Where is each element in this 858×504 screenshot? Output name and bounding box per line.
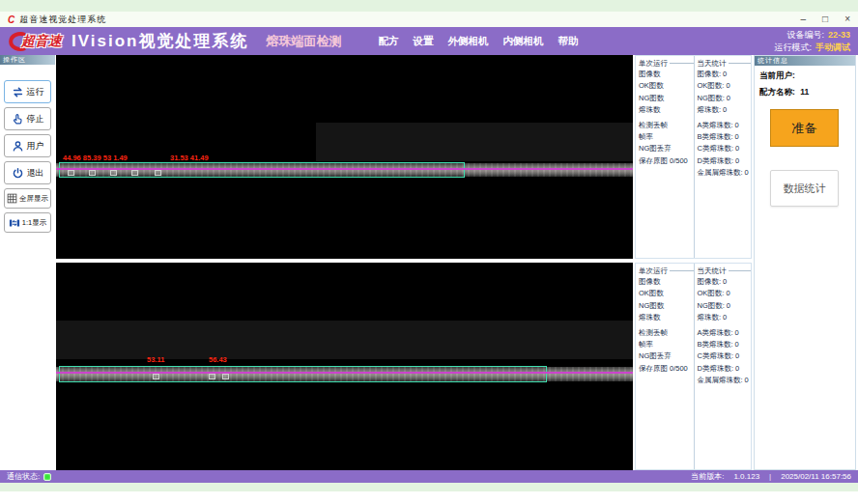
window-title: 超音速视觉处理系统 — [19, 14, 106, 26]
menu-settings[interactable]: 设置 — [413, 35, 433, 48]
fullscreen-button-label: 全屏显示 — [19, 194, 48, 204]
operation-panel-title: 操作区 — [0, 55, 55, 65]
stat-value: 0 — [745, 167, 749, 179]
stat-label: 图像数 — [639, 69, 661, 80]
stat-value: 0 — [726, 288, 729, 299]
stat-row: 检测丢帧 — [639, 327, 694, 339]
stat-label: 保存原图 — [639, 363, 668, 375]
measurement-annotation: 44.96 85.39 53 1.49 — [63, 154, 128, 162]
today-column: 当天统计 图像数:0OK图数:0NG图数:0熔珠数:0A类熔珠数:0B类熔珠数:… — [694, 56, 752, 258]
menu-recipe[interactable]: 配方 — [378, 35, 398, 48]
stat-label: 熔珠数: — [698, 104, 722, 116]
one-to-one-button[interactable]: 1:1显示 — [4, 212, 51, 233]
data-statistics-button[interactable]: 数据统计 — [770, 170, 839, 207]
stat-label: C类熔珠数: — [698, 143, 734, 154]
stop-button[interactable]: 停止 — [4, 107, 51, 130]
stat-row: 检测丢帧 — [639, 120, 694, 131]
datetime-value: 2025/02/11 16:57:56 — [781, 472, 851, 481]
device-number-value: 22-33 — [828, 29, 850, 42]
stat-row: D类熔珠数:0 — [698, 155, 752, 167]
stat-row: 熔珠数:0 — [698, 104, 752, 116]
stat-row: 帧率 — [639, 131, 694, 143]
defect-marker-box — [131, 170, 138, 176]
stop-button-label: 停止 — [27, 113, 44, 126]
stat-row: C类熔珠数:0 — [698, 350, 752, 362]
stat-label: OK图数 — [639, 80, 664, 92]
stat-row: 熔珠数:0 — [698, 312, 752, 323]
fullscreen-button[interactable]: 全屏显示 — [4, 188, 51, 209]
stat-label: 图像数 — [639, 276, 661, 288]
user-button[interactable]: 用户 — [4, 134, 51, 157]
app-icon: C — [8, 14, 14, 25]
close-icon[interactable]: × — [844, 13, 850, 26]
stat-value: 0/500 — [670, 155, 688, 167]
stat-label: 熔珠数: — [698, 312, 722, 323]
comm-status-label: 通信状态: — [7, 471, 40, 482]
image-shadow-band — [316, 123, 633, 161]
stat-value: 0 — [727, 300, 730, 312]
menu-inner-camera[interactable]: 内侧相机 — [502, 35, 543, 48]
today-title: 当天统计 — [698, 58, 752, 69]
today-title: 当天统计 — [698, 266, 752, 276]
stat-label: D类熔珠数: — [698, 363, 734, 375]
defect-marker-box — [153, 374, 159, 379]
stat-row: OK图数:0 — [698, 288, 752, 299]
stat-label: 金属屑熔珠数: — [698, 167, 743, 179]
defect-marker-box — [209, 374, 215, 379]
today-rows: 图像数:0OK图数:0NG图数:0熔珠数:0A类熔珠数:0B类熔珠数:0C类熔珠… — [698, 276, 752, 387]
stat-row: NG图数 — [639, 300, 694, 312]
stat-row: 图像数 — [639, 276, 694, 288]
stat-label: 熔珠数 — [639, 312, 661, 323]
stat-row: NG图数 — [639, 93, 694, 104]
run-button-label: 运行 — [27, 86, 44, 98]
single-run-rows: 图像数OK图数NG图数熔珠数检测丢帧帧率NG图丢弃保存原图0/500 — [639, 276, 694, 375]
today-column: 当天统计 图像数:0OK图数:0NG图数:0熔珠数:0A类熔珠数:0B类熔珠数:… — [694, 264, 752, 469]
stat-label: 图像数: — [698, 276, 722, 288]
centerline-overlay — [56, 372, 633, 374]
stat-value: 0 — [723, 104, 727, 116]
stat-label: NG图数 — [639, 300, 664, 312]
desktop-strip-top — [0, 0, 858, 12]
single-run-column: 单次运行 图像数OK图数NG图数熔珠数检测丢帧帧率NG图丢弃保存原图0/500 — [636, 56, 694, 258]
stat-value: 0 — [735, 131, 739, 143]
comm-status-indicator — [43, 473, 51, 481]
camera-viewport-outer[interactable]: 44.96 85.39 53 1.49 31.53 41.49 — [56, 55, 633, 259]
stat-row: B类熔珠数:0 — [698, 131, 752, 143]
stat-row: NG图丢弃 — [639, 143, 694, 154]
stat-label: OK图数: — [698, 80, 725, 92]
stat-row: 帧率 — [639, 339, 694, 350]
stat-label: NG图丢弃 — [639, 143, 672, 154]
stat-row: B类熔珠数:0 — [698, 339, 752, 350]
stat-row: OK图数:0 — [698, 80, 752, 92]
detection-box-overlay — [59, 366, 547, 382]
device-info: 设备编号: 22-33 运行模式: 手动调试 — [774, 29, 850, 54]
stat-label: NG图数: — [698, 300, 725, 312]
menu-outer-camera[interactable]: 外侧相机 — [447, 35, 488, 48]
camera-viewport-inner[interactable]: 53.11 56.43 — [56, 263, 633, 470]
stat-value: 0 — [745, 375, 749, 386]
stats-panel-outer: 单次运行 图像数OK图数NG图数熔珠数检测丢帧帧率NG图丢弃保存原图0/500 … — [635, 55, 752, 259]
defect-marker-box — [110, 170, 117, 176]
stat-row: C类熔珠数:0 — [698, 143, 752, 154]
centerline-overlay — [56, 168, 633, 170]
stat-row: NG图丢弃 — [639, 350, 694, 362]
hand-icon — [12, 113, 24, 126]
detection-box-overlay — [59, 162, 465, 178]
status-bar: 通信状态: 当前版本: 1.0.123 | 2025/02/11 16:57:5… — [0, 470, 858, 483]
stat-label: OK图数: — [698, 288, 725, 299]
recipe-name-value: 11 — [800, 87, 809, 97]
exit-button[interactable]: 退出 — [4, 161, 51, 184]
version-label: 当前版本: — [691, 471, 724, 482]
stat-label: 保存原图 — [639, 155, 668, 167]
measurement-annotation: 56.43 — [209, 355, 227, 364]
stat-row: A类熔珠数:0 — [698, 120, 752, 131]
stat-label: NG图数: — [698, 93, 725, 104]
minimize-icon[interactable]: – — [801, 13, 807, 26]
menu-help[interactable]: 帮助 — [558, 35, 578, 48]
separator: | — [769, 472, 771, 481]
maximize-icon[interactable]: □ — [822, 13, 828, 26]
statistics-info-title: 统计信息 — [755, 56, 855, 66]
exit-button-label: 退出 — [27, 167, 44, 180]
run-button[interactable]: 运行 — [4, 80, 51, 103]
prepare-button[interactable]: 准备 — [770, 109, 839, 147]
